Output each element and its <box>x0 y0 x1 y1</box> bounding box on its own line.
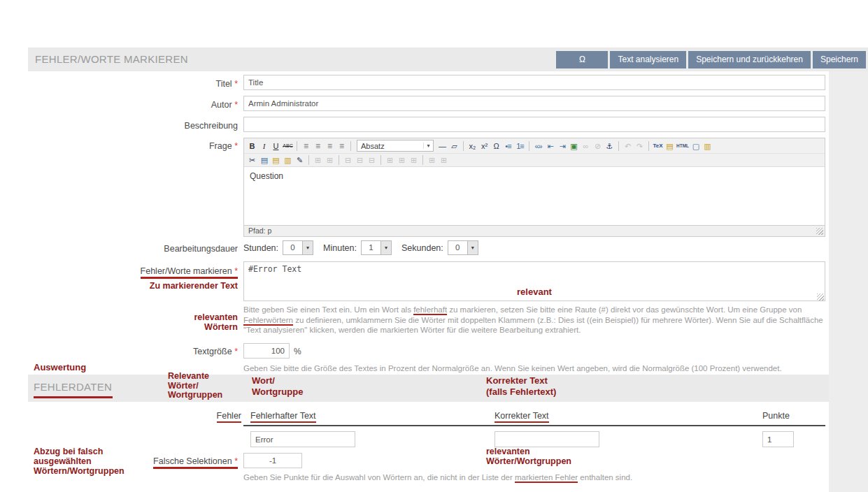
separator <box>648 141 649 151</box>
insert-col-after-icon[interactable]: ⊞ <box>397 154 407 166</box>
header-buttons: ΩText analysierenSpeichern und zurückkeh… <box>556 51 866 68</box>
toolbar-row-1: BIUABC≡≡≡≡Absatz▾—▱x₂x²Ω•≡1≡«»⇤⇥▣∞⊘⚓↶↷Te… <box>244 138 825 153</box>
autor-label: Autor * <box>211 100 238 110</box>
redo-icon[interactable]: ↷ <box>634 140 645 152</box>
delete-row-icon[interactable]: ⊟ <box>367 154 377 166</box>
required-asterisk: * <box>234 100 238 110</box>
align-center-icon[interactable]: ≡ <box>313 140 323 152</box>
editor-status-bar: Pfad: p <box>244 225 825 236</box>
chevron-down-icon[interactable]: ▾ <box>302 241 313 254</box>
image-icon[interactable]: ▣ <box>569 140 579 152</box>
percent-unit: % <box>294 347 301 356</box>
remove-format-icon[interactable]: ▱ <box>449 140 460 152</box>
paste-icon[interactable]: ▤ <box>271 154 281 166</box>
html-source-icon[interactable]: HTML <box>676 140 689 152</box>
annotation-abzug: Abzug bei falsch ausgewählten Wörtern/Wo… <box>34 447 124 476</box>
unlink-icon[interactable]: ⊘ <box>592 140 603 152</box>
falsche-selektionen-input[interactable] <box>243 453 302 468</box>
format-select-dropdown[interactable]: Absatz▾ <box>357 140 434 152</box>
required-asterisk: * <box>234 79 238 89</box>
align-left-icon[interactable]: ≡ <box>301 140 311 152</box>
markieren-help-text: Bitte geben Sie einen Text ein. Um ein W… <box>243 305 828 335</box>
subscript-icon[interactable]: x₂ <box>467 140 478 152</box>
omega-button[interactable]: Ω <box>556 51 608 68</box>
fehlerdaten-title: FEHLERDATEN <box>34 381 112 393</box>
edit-icon[interactable]: ✎ <box>294 154 305 166</box>
resize-grip-icon[interactable] <box>816 228 823 235</box>
delete-col-icon[interactable]: ⊞ <box>408 154 419 166</box>
fehler-column-label: Fehler <box>217 411 241 421</box>
underline-icon[interactable]: U <box>271 140 281 152</box>
textgroesse-input[interactable] <box>243 343 290 359</box>
text-analysieren-button[interactable]: Text analysieren <box>610 51 686 68</box>
numbered-list-icon[interactable]: 1≡ <box>515 140 525 152</box>
right-margin <box>829 71 868 492</box>
annotation-relevanten-woertern: relevanten Wörtern <box>194 312 238 332</box>
horizontal-rule-icon[interactable]: — <box>437 140 448 152</box>
required-asterisk: * <box>234 141 238 151</box>
merge-cells-icon[interactable]: ⊞ <box>439 154 449 166</box>
annotation-underline-fehlerwoertern: Fehlerwörtern <box>243 316 293 326</box>
align-justify-icon[interactable]: ≡ <box>336 140 347 152</box>
korrekter-text-header: Korrekter Text <box>495 411 549 421</box>
undo-icon[interactable]: ↶ <box>622 140 633 152</box>
beschreibung-input[interactable] <box>243 117 825 132</box>
anchor-icon[interactable]: ⚓ <box>604 140 615 152</box>
cut-icon[interactable]: ✂ <box>247 154 257 166</box>
bold-icon[interactable]: B <box>247 140 257 152</box>
annotation-underline-fehlerdaten <box>34 396 113 398</box>
annotation-relevanten-wortgruppen: relevanten Wörter/Wortgruppen <box>486 447 571 466</box>
chevron-down-icon[interactable]: ▾ <box>467 241 478 254</box>
minuten-select[interactable]: 1▾ <box>361 240 392 255</box>
paste-text-icon[interactable]: ▥ <box>283 154 293 166</box>
editor-content[interactable]: Question <box>244 166 825 225</box>
insert-table-icon[interactable]: ⊞ <box>313 154 323 166</box>
falsche-selektionen-help-text: Geben Sie Punkte für die Auswahl von Wör… <box>243 472 828 483</box>
paste-word-icon[interactable]: ▥ <box>702 140 713 152</box>
insert-col-before-icon[interactable]: ⊞ <box>385 154 395 166</box>
punkte-input[interactable] <box>762 431 794 447</box>
link-icon[interactable]: ∞ <box>581 140 591 152</box>
required-asterisk: * <box>234 266 238 276</box>
separator <box>463 141 464 151</box>
align-right-icon[interactable]: ≡ <box>325 140 335 152</box>
editor-text: Question <box>250 171 283 181</box>
frage-label: Frage * <box>209 141 238 151</box>
stunden-select[interactable]: 0▾ <box>283 240 313 255</box>
titel-input[interactable] <box>243 75 825 90</box>
speichern-zurueckkehren-button[interactable]: Speichern und zurückkehren <box>688 51 811 68</box>
special-character-icon[interactable]: Ω <box>491 140 501 152</box>
table-properties-icon[interactable]: ⊞ <box>325 154 335 166</box>
italic-icon[interactable]: I <box>259 140 269 152</box>
blockquote-icon[interactable]: «» <box>533 140 543 152</box>
fehlerhafter-text-input[interactable] <box>250 431 355 447</box>
paste-template-icon[interactable]: ▤ <box>664 140 675 152</box>
insert-row-after-icon[interactable]: ⊟ <box>355 154 365 166</box>
indent-icon[interactable]: ⇥ <box>557 140 567 152</box>
korrekter-text-input[interactable] <box>495 431 599 447</box>
superscript-icon[interactable]: x² <box>479 140 490 152</box>
fehler-worte-markieren-label: Fehler/Worte markieren * <box>141 266 238 276</box>
split-cells-icon[interactable]: ⊞ <box>427 154 437 166</box>
required-asterisk: * <box>234 456 238 466</box>
bullet-list-icon[interactable]: •≡ <box>503 140 513 152</box>
minuten-label: Minuten: <box>323 243 357 253</box>
chevron-down-icon[interactable]: ▾ <box>380 241 391 254</box>
sekunden-select[interactable]: 0▾ <box>448 240 478 255</box>
copy-icon[interactable]: ▤ <box>259 154 269 166</box>
insert-row-before-icon[interactable]: ⊟ <box>343 154 353 166</box>
rich-text-editor: BIUABC≡≡≡≡Absatz▾—▱x₂x²Ω•≡1≡«»⇤⇥▣∞⊘⚓↶↷Te… <box>243 138 825 237</box>
fehlerhafter-text-header: Fehlerhafter Text <box>250 411 316 421</box>
separator <box>422 155 423 165</box>
textgroesse-help-text: Geben Sie bitte die Größe des Textes in … <box>243 363 828 374</box>
toolbar-row-2: ✂▤▤▥✎⊞⊞⊟⊟⊟⊞⊞⊞⊞⊞ <box>244 153 825 166</box>
chevron-down-icon[interactable]: ▾ <box>423 143 433 149</box>
strikethrough-icon[interactable]: ABC <box>283 140 293 152</box>
outdent-icon[interactable]: ⇤ <box>545 140 555 152</box>
tex-icon[interactable]: TeX <box>653 140 663 152</box>
editor-path: Pfad: p <box>248 226 271 235</box>
table-header-rule <box>243 425 825 426</box>
fullscreen-icon[interactable]: ▢ <box>690 140 701 152</box>
speichern-button[interactable]: Speichern <box>813 51 866 68</box>
autor-input[interactable] <box>243 96 825 111</box>
